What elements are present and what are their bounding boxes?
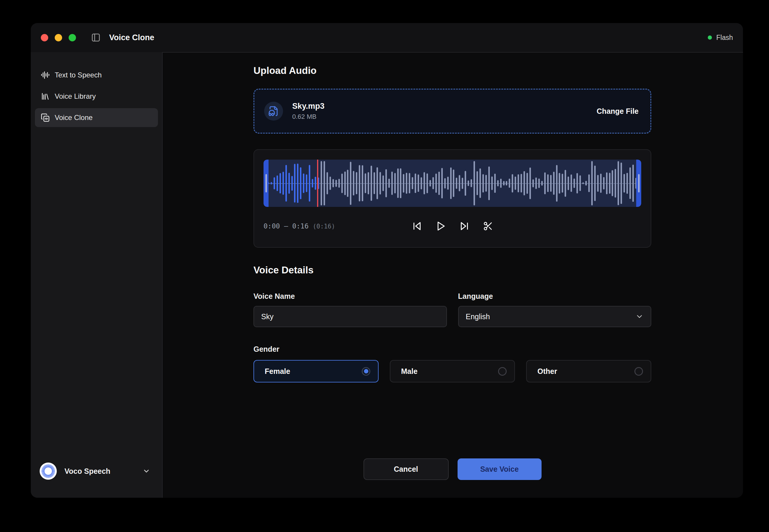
waveform-bar [433,177,434,189]
waveform-bar [459,175,460,191]
sidebar-item-voice-clone[interactable]: Voice Clone [35,108,158,127]
gender-option-other[interactable]: Other [526,360,651,382]
change-file-button[interactable]: Change File [597,104,639,119]
sidebar-item-label: Voice Library [55,92,96,100]
waveform-bar [400,168,402,198]
file-size: 0.62 MB [292,113,324,121]
waveform-bar [532,179,534,187]
waveform-bar [367,172,369,194]
waveform-bar [477,171,478,195]
trim-handle-grip [265,174,267,192]
skip-forward-button[interactable] [457,219,472,233]
minimize-window-button[interactable] [55,34,62,41]
waveform-bar [582,182,584,184]
waveform-bar [468,180,469,186]
waveform-bar [521,174,522,192]
trim-handle-grip [638,174,640,192]
waveform-bar [279,173,281,193]
gender-options: Female Male Other [253,360,651,382]
waveform-bar [397,168,399,198]
radio-unselected-icon [634,367,643,376]
waveform-bar [474,161,475,205]
waveform-bar [450,167,452,199]
waveform-bar [456,178,457,189]
audio-lines-icon [41,71,50,80]
gender-option-male[interactable]: Male [390,360,515,382]
waveform-bar [338,179,340,188]
waveform-bar [524,171,525,195]
waveform-bar [438,172,440,195]
waveform-bar [332,179,334,187]
sidebar-item-voice-library[interactable]: Voice Library [35,87,158,106]
waveform-bar [591,161,593,205]
waveform-bar [297,163,298,203]
language-select[interactable]: English [458,306,652,327]
audio-file-badge [264,102,283,121]
waveform-bar [571,174,572,192]
gender-option-label: Male [401,367,418,376]
waveform-bar [612,170,613,196]
waveform-bar [632,165,634,202]
language-field: Language English [458,292,652,327]
waveform-bar [465,171,466,196]
voice-name-value: Sky [261,312,273,321]
time-range: 0:00 — 0:16 [263,222,312,230]
waveform-bar [597,175,599,192]
waveform[interactable] [263,160,641,207]
waveform-bar [341,173,343,193]
skip-back-button[interactable] [410,219,424,233]
playhead[interactable] [317,160,318,207]
status-dot-icon [708,35,712,40]
audio-player-card: 0:00 — 0:16 (0:16) [253,149,651,248]
voice-name-input[interactable]: Sky [253,306,447,327]
waveform-bar [370,166,372,201]
trim-button[interactable] [481,219,495,233]
waveform-bar [306,174,307,192]
waveform-bar [406,173,407,194]
waveform-bar [285,165,287,202]
chevron-down-icon [635,312,644,321]
titlebar: Voice Clone Flash [31,23,743,53]
library-icon [41,92,50,101]
waveform-bar [394,173,396,193]
waveform-bar [409,173,410,193]
save-voice-button[interactable]: Save Voice [458,458,542,480]
workspace-logo-icon [40,463,57,480]
close-window-button[interactable] [41,34,48,41]
waveform-bar [315,177,316,190]
trim-handle-left[interactable] [263,160,268,207]
waveform-bar [585,181,587,186]
waveform-bar [271,182,272,184]
file-name: Sky.mp3 [292,102,324,111]
waveform-bar [562,174,563,193]
waveform-bar [430,180,431,186]
waveform-bar [344,171,346,195]
sidebar-item-label: Voice Clone [55,113,93,122]
sidebar-toggle-button[interactable] [91,33,101,43]
window-title: Voice Clone [109,33,154,42]
gender-option-female[interactable]: Female [253,360,378,382]
waveform-bar [624,174,625,193]
workspace-switcher[interactable]: Voco Speech [35,461,158,481]
waveform-bar [509,179,510,188]
upload-dropzone[interactable]: Sky.mp3 0.62 MB Change File [253,89,651,134]
waveform-bar [356,172,357,194]
waveform-bar [512,174,513,192]
zoom-window-button[interactable] [69,34,76,41]
cancel-button[interactable]: Cancel [363,458,449,480]
waveform-bar [550,175,552,192]
player-controls-row: 0:00 — 0:16 (0:16) [263,217,641,235]
trim-handle-right[interactable] [636,160,641,207]
waveform-bar [577,173,578,194]
play-button[interactable] [434,219,448,233]
waveform-bar [485,175,487,192]
waveform-bar [544,172,546,194]
sidebar-item-text-to-speech[interactable]: Text to Speech [35,66,158,85]
waveform-bar [350,162,351,205]
waveform-bar [320,161,322,205]
waveform-bar [553,172,555,195]
gender-option-label: Other [538,367,557,376]
waveform-bar [323,161,325,205]
status-label: Flash [716,34,733,42]
waveform-bar [547,174,549,192]
